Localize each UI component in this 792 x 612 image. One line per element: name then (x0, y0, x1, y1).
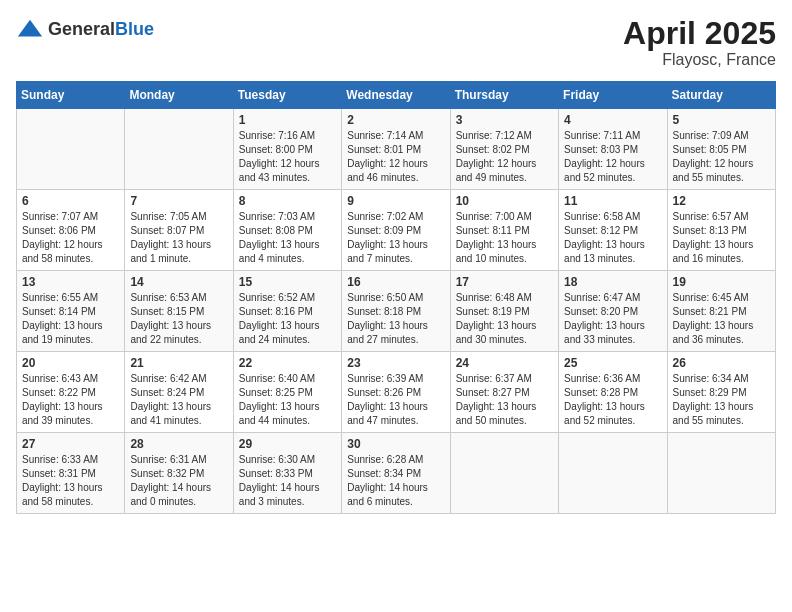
calendar-cell: 3Sunrise: 7:12 AM Sunset: 8:02 PM Daylig… (450, 109, 558, 190)
location-title: Flayosc, France (623, 51, 776, 69)
day-number: 22 (239, 356, 336, 370)
logo-blue: Blue (115, 20, 154, 40)
calendar-cell: 12Sunrise: 6:57 AM Sunset: 8:13 PM Dayli… (667, 190, 775, 271)
day-number: 4 (564, 113, 661, 127)
calendar-cell: 28Sunrise: 6:31 AM Sunset: 8:32 PM Dayli… (125, 433, 233, 514)
calendar-cell (125, 109, 233, 190)
logo-icon (16, 16, 44, 44)
day-number: 24 (456, 356, 553, 370)
day-info: Sunrise: 7:02 AM Sunset: 8:09 PM Dayligh… (347, 210, 444, 266)
day-info: Sunrise: 6:42 AM Sunset: 8:24 PM Dayligh… (130, 372, 227, 428)
calendar-cell: 11Sunrise: 6:58 AM Sunset: 8:12 PM Dayli… (559, 190, 667, 271)
day-info: Sunrise: 6:37 AM Sunset: 8:27 PM Dayligh… (456, 372, 553, 428)
logo: GeneralBlue (16, 16, 154, 44)
calendar-cell: 30Sunrise: 6:28 AM Sunset: 8:34 PM Dayli… (342, 433, 450, 514)
calendar-cell: 25Sunrise: 6:36 AM Sunset: 8:28 PM Dayli… (559, 352, 667, 433)
day-number: 7 (130, 194, 227, 208)
day-info: Sunrise: 6:48 AM Sunset: 8:19 PM Dayligh… (456, 291, 553, 347)
calendar-cell: 9Sunrise: 7:02 AM Sunset: 8:09 PM Daylig… (342, 190, 450, 271)
day-number: 2 (347, 113, 444, 127)
day-info: Sunrise: 6:47 AM Sunset: 8:20 PM Dayligh… (564, 291, 661, 347)
day-info: Sunrise: 7:09 AM Sunset: 8:05 PM Dayligh… (673, 129, 770, 185)
calendar-cell: 8Sunrise: 7:03 AM Sunset: 8:08 PM Daylig… (233, 190, 341, 271)
day-info: Sunrise: 7:05 AM Sunset: 8:07 PM Dayligh… (130, 210, 227, 266)
calendar-cell: 5Sunrise: 7:09 AM Sunset: 8:05 PM Daylig… (667, 109, 775, 190)
day-number: 11 (564, 194, 661, 208)
day-number: 27 (22, 437, 119, 451)
month-title: April 2025 (623, 16, 776, 51)
day-number: 30 (347, 437, 444, 451)
weekday-header-row: SundayMondayTuesdayWednesdayThursdayFrid… (17, 82, 776, 109)
day-number: 17 (456, 275, 553, 289)
day-info: Sunrise: 6:31 AM Sunset: 8:32 PM Dayligh… (130, 453, 227, 509)
day-number: 19 (673, 275, 770, 289)
day-info: Sunrise: 6:58 AM Sunset: 8:12 PM Dayligh… (564, 210, 661, 266)
title-area: April 2025 Flayosc, France (623, 16, 776, 69)
calendar-cell: 2Sunrise: 7:14 AM Sunset: 8:01 PM Daylig… (342, 109, 450, 190)
weekday-header-sunday: Sunday (17, 82, 125, 109)
weekday-header-monday: Monday (125, 82, 233, 109)
calendar-cell: 19Sunrise: 6:45 AM Sunset: 8:21 PM Dayli… (667, 271, 775, 352)
day-number: 10 (456, 194, 553, 208)
day-info: Sunrise: 7:00 AM Sunset: 8:11 PM Dayligh… (456, 210, 553, 266)
day-number: 16 (347, 275, 444, 289)
weekday-header-wednesday: Wednesday (342, 82, 450, 109)
day-info: Sunrise: 6:34 AM Sunset: 8:29 PM Dayligh… (673, 372, 770, 428)
calendar-week-row: 27Sunrise: 6:33 AM Sunset: 8:31 PM Dayli… (17, 433, 776, 514)
day-info: Sunrise: 6:43 AM Sunset: 8:22 PM Dayligh… (22, 372, 119, 428)
weekday-header-tuesday: Tuesday (233, 82, 341, 109)
day-number: 23 (347, 356, 444, 370)
day-number: 8 (239, 194, 336, 208)
calendar-week-row: 13Sunrise: 6:55 AM Sunset: 8:14 PM Dayli… (17, 271, 776, 352)
day-info: Sunrise: 7:07 AM Sunset: 8:06 PM Dayligh… (22, 210, 119, 266)
logo-general: General (48, 20, 115, 40)
day-number: 25 (564, 356, 661, 370)
calendar-cell: 14Sunrise: 6:53 AM Sunset: 8:15 PM Dayli… (125, 271, 233, 352)
day-info: Sunrise: 7:16 AM Sunset: 8:00 PM Dayligh… (239, 129, 336, 185)
calendar-cell: 6Sunrise: 7:07 AM Sunset: 8:06 PM Daylig… (17, 190, 125, 271)
calendar-cell: 23Sunrise: 6:39 AM Sunset: 8:26 PM Dayli… (342, 352, 450, 433)
calendar-cell (450, 433, 558, 514)
calendar-cell: 7Sunrise: 7:05 AM Sunset: 8:07 PM Daylig… (125, 190, 233, 271)
day-number: 14 (130, 275, 227, 289)
day-number: 21 (130, 356, 227, 370)
day-info: Sunrise: 7:03 AM Sunset: 8:08 PM Dayligh… (239, 210, 336, 266)
day-number: 26 (673, 356, 770, 370)
calendar-table: SundayMondayTuesdayWednesdayThursdayFrid… (16, 81, 776, 514)
calendar-cell: 24Sunrise: 6:37 AM Sunset: 8:27 PM Dayli… (450, 352, 558, 433)
day-info: Sunrise: 6:36 AM Sunset: 8:28 PM Dayligh… (564, 372, 661, 428)
day-number: 5 (673, 113, 770, 127)
day-number: 15 (239, 275, 336, 289)
calendar-cell: 1Sunrise: 7:16 AM Sunset: 8:00 PM Daylig… (233, 109, 341, 190)
day-number: 20 (22, 356, 119, 370)
logo-text: GeneralBlue (48, 20, 154, 40)
calendar-cell: 22Sunrise: 6:40 AM Sunset: 8:25 PM Dayli… (233, 352, 341, 433)
day-info: Sunrise: 6:45 AM Sunset: 8:21 PM Dayligh… (673, 291, 770, 347)
svg-marker-0 (18, 20, 42, 37)
day-info: Sunrise: 6:39 AM Sunset: 8:26 PM Dayligh… (347, 372, 444, 428)
day-number: 3 (456, 113, 553, 127)
calendar-week-row: 6Sunrise: 7:07 AM Sunset: 8:06 PM Daylig… (17, 190, 776, 271)
day-info: Sunrise: 6:33 AM Sunset: 8:31 PM Dayligh… (22, 453, 119, 509)
weekday-header-thursday: Thursday (450, 82, 558, 109)
calendar-cell: 4Sunrise: 7:11 AM Sunset: 8:03 PM Daylig… (559, 109, 667, 190)
day-info: Sunrise: 6:50 AM Sunset: 8:18 PM Dayligh… (347, 291, 444, 347)
calendar-cell: 26Sunrise: 6:34 AM Sunset: 8:29 PM Dayli… (667, 352, 775, 433)
calendar-cell: 21Sunrise: 6:42 AM Sunset: 8:24 PM Dayli… (125, 352, 233, 433)
day-info: Sunrise: 6:55 AM Sunset: 8:14 PM Dayligh… (22, 291, 119, 347)
calendar-cell: 20Sunrise: 6:43 AM Sunset: 8:22 PM Dayli… (17, 352, 125, 433)
weekday-header-saturday: Saturday (667, 82, 775, 109)
day-number: 29 (239, 437, 336, 451)
calendar-cell: 10Sunrise: 7:00 AM Sunset: 8:11 PM Dayli… (450, 190, 558, 271)
calendar-week-row: 1Sunrise: 7:16 AM Sunset: 8:00 PM Daylig… (17, 109, 776, 190)
day-number: 18 (564, 275, 661, 289)
day-info: Sunrise: 6:52 AM Sunset: 8:16 PM Dayligh… (239, 291, 336, 347)
weekday-header-friday: Friday (559, 82, 667, 109)
calendar-cell: 29Sunrise: 6:30 AM Sunset: 8:33 PM Dayli… (233, 433, 341, 514)
page-header: GeneralBlue April 2025 Flayosc, France (16, 16, 776, 69)
day-info: Sunrise: 6:53 AM Sunset: 8:15 PM Dayligh… (130, 291, 227, 347)
day-number: 6 (22, 194, 119, 208)
day-number: 9 (347, 194, 444, 208)
calendar-cell (667, 433, 775, 514)
day-number: 1 (239, 113, 336, 127)
